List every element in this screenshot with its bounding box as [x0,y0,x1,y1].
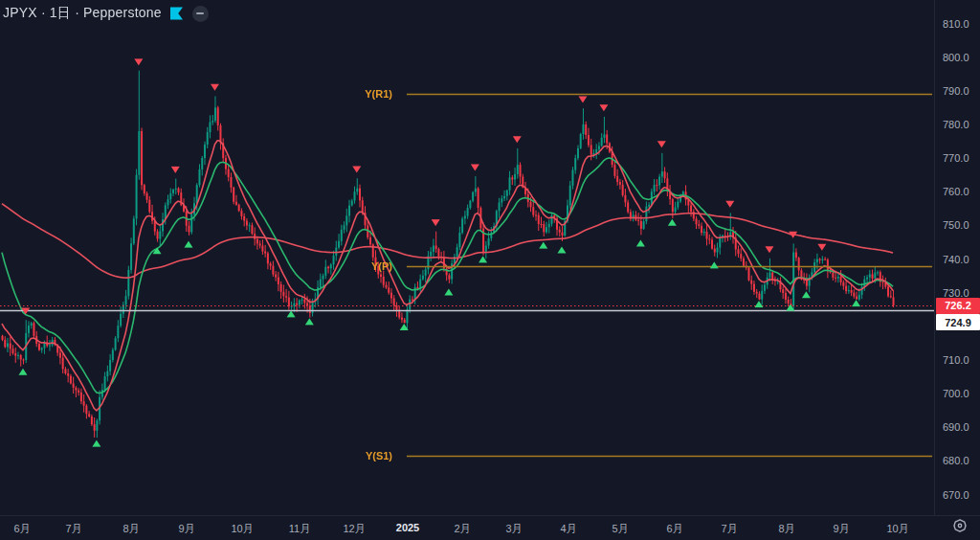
time-tick-label: 9月 [178,522,194,536]
time-tick-label: 6月 [666,522,682,536]
time-tick-label: 4月 [560,522,576,536]
time-tick-label: 12月 [343,522,365,536]
price-tick-label: 730.0 [943,287,969,299]
time-tick-label: 5月 [612,522,628,536]
time-tick-label: 8月 [122,522,139,536]
price-tick-label: 780.0 [943,119,969,130]
price-tick-label: 710.0 [943,354,969,366]
pivot-label-Y(P): Y(P) [335,260,392,272]
pivot-label-Y(S1): Y(S1) [335,450,392,461]
chart-window: JPYX · 1日 · Pepperstone Y(R1)Y(P)Y(S1) 8… [0,0,980,540]
price-tick-label: 770.0 [943,152,969,164]
price-tick-label: 750.0 [943,219,969,231]
price-tick-label: 790.0 [943,85,969,97]
time-tick-label: 3月 [505,522,522,536]
price-tick-label: 760.0 [943,186,969,197]
price-tick-label: 700.0 [943,388,969,399]
time-tick-label: 7月 [65,522,81,536]
time-tick-label: 7月 [721,522,737,536]
time-tick-label: 11月 [289,522,310,536]
candlestick-chart-canvas[interactable] [0,0,934,515]
flag-icon[interactable] [170,7,184,20]
minus-circle-icon[interactable] [192,6,209,22]
gear-icon[interactable] [952,518,968,537]
price-axis[interactable]: 810.0800.0790.0780.0770.0760.0750.0740.0… [934,0,980,515]
time-tick-label: 6月 [13,522,30,536]
price-tick-label: 800.0 [943,52,969,63]
time-tick-label: 10月 [886,522,908,536]
time-tick-label: 9月 [833,522,849,536]
time-tick-label: 2月 [454,522,470,536]
price-tick-label: 680.0 [943,455,969,466]
last-price-badge: 726.2 [936,298,980,314]
time-tick-label: 10月 [231,522,253,536]
price-tick-label: 810.0 [943,18,969,30]
prev-close-badge: 724.9 [936,314,980,330]
price-tick-label: 740.0 [943,254,969,265]
price-tick-label: 690.0 [943,421,969,433]
symbol-title[interactable]: JPYX · 1日 · Pepperstone [3,5,162,22]
time-tick-label: 8月 [778,522,794,536]
time-axis[interactable]: 6月7月8月9月10月11月12月20252月3月4月5月6月7月8月9月10月 [0,515,980,540]
time-tick-label: 2025 [396,522,419,533]
price-tick-label: 670.0 [943,489,969,501]
chart-legend: JPYX · 1日 · Pepperstone [3,5,209,22]
pivot-label-Y(R1): Y(R1) [335,88,392,100]
